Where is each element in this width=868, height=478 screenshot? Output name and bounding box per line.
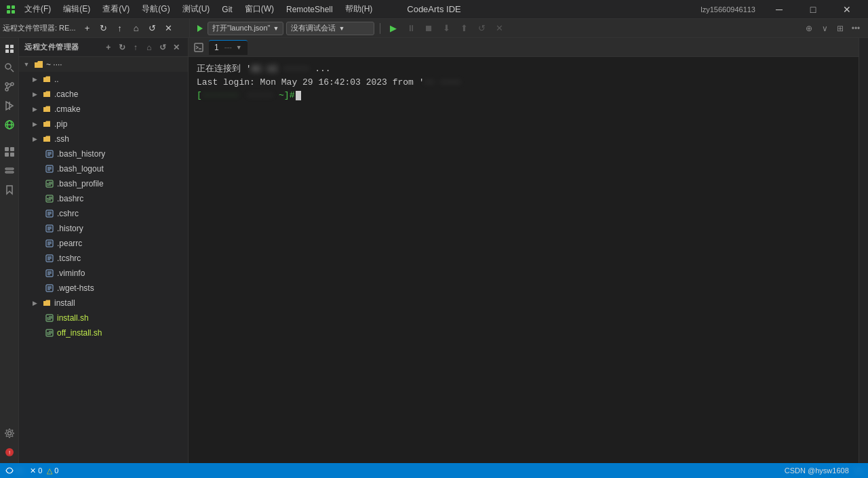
add-remote-btn[interactable]: + <box>80 21 95 36</box>
list-item[interactable]: .bash_logout <box>19 161 188 176</box>
status-bar: ···· ✕ 0 △ 0 CSDN @hysw1608···· <box>0 463 868 478</box>
list-item[interactable]: ▶ .cache <box>19 87 188 102</box>
terminal-tab-1[interactable]: 1 ···· ▼ <box>209 40 248 55</box>
debug-pause-btn[interactable]: ⏸ <box>403 21 418 36</box>
list-item[interactable]: ▶ .. <box>19 72 188 87</box>
activity-settings3[interactable] <box>1 425 18 441</box>
list-item[interactable]: ▶ install <box>19 296 188 311</box>
activity-run[interactable] <box>1 98 18 114</box>
activity-bookmark[interactable] <box>1 182 18 198</box>
refresh-btn[interactable]: ↻ <box>96 21 111 36</box>
list-item[interactable]: $ install.sh <box>19 311 188 325</box>
activity-extensions[interactable] <box>1 144 18 160</box>
svg-rect-5 <box>5 45 9 48</box>
warn-count: 0 <box>54 466 58 475</box>
svg-point-12 <box>11 83 14 85</box>
debug-restart-btn[interactable]: ↺ <box>474 21 489 36</box>
debug-icon <box>195 24 205 33</box>
menu-git[interactable]: Git <box>216 3 237 16</box>
menu-bar: 文件(F) 编辑(E) 查看(V) 导航(G) 测试(U) Git 窗口(W) … <box>19 2 378 16</box>
menu-nav[interactable]: 导航(G) <box>136 2 175 16</box>
tab-list-btn[interactable]: ∨ <box>818 22 831 35</box>
debug-upload-btn[interactable]: ⬆ <box>456 21 471 36</box>
list-item[interactable]: .pearrc <box>19 236 188 251</box>
menu-file[interactable]: 文件(F) <box>19 2 56 16</box>
list-item[interactable]: ▶ .ssh <box>19 132 188 146</box>
tab-controls: ⊕ ∨ ⊞ ••• <box>802 22 863 35</box>
folder-arrow: ▶ <box>30 75 39 84</box>
svg-text:!: ! <box>8 450 9 456</box>
new-file-btn[interactable]: + <box>102 41 115 54</box>
debug-stop-btn[interactable]: ⏹ <box>421 21 436 36</box>
list-item[interactable]: $ off_install.sh <box>19 325 188 340</box>
list-item[interactable]: .wget-hsts <box>19 281 188 296</box>
cursor <box>296 91 301 100</box>
menu-test[interactable]: 测试(U) <box>177 2 216 16</box>
close-remote-btn[interactable]: ✕ <box>161 21 176 36</box>
ssh-folder-name: .ssh <box>54 134 69 144</box>
list-item[interactable]: .history <box>19 221 188 236</box>
list-item[interactable]: .viminfo <box>19 266 188 281</box>
menu-help[interactable]: 帮助(H) <box>340 2 378 16</box>
launch-json-dropdown[interactable]: 打开"launch.json" ▼ <box>208 22 283 35</box>
list-item[interactable]: ▶ .cmake <box>19 102 188 117</box>
debug-session-dropdown[interactable]: 没有调试会话 ▼ <box>286 22 374 35</box>
cache-folder-name: .cache <box>54 89 78 99</box>
upload-btn[interactable]: ↑ <box>130 41 142 54</box>
right-action-bar <box>859 38 868 463</box>
activity-remote[interactable] <box>1 117 18 133</box>
split-btn[interactable]: ⊞ <box>833 22 847 35</box>
home-tree-btn[interactable]: ⌂ <box>143 41 155 54</box>
file-manager-title: 远程文件管理器: RE... <box>3 23 76 33</box>
root-folder-item[interactable]: ▼ ~ ···· <box>19 57 188 72</box>
refresh-tree-btn[interactable]: ↻ <box>116 41 128 54</box>
debug-run-btn[interactable]: ▶ <box>386 21 401 36</box>
list-item[interactable]: ▶ .pip <box>19 117 188 132</box>
sync-tree-btn[interactable]: ↺ <box>157 41 169 54</box>
bashrc-name: .bashrc <box>57 194 83 203</box>
list-item[interactable]: $ .bash_profile <box>19 176 188 191</box>
reload-btn[interactable]: ↺ <box>145 21 160 36</box>
list-item[interactable]: .cshrc <box>19 206 188 221</box>
menu-remote[interactable]: RemoteShell <box>281 3 338 16</box>
list-item[interactable]: $ .bashrc <box>19 191 188 206</box>
terminal-tab-dots: ···· <box>224 44 232 52</box>
install-folder-icon <box>41 298 52 308</box>
bashrc-icon: $ <box>44 193 55 204</box>
error-count: 0 <box>38 466 42 475</box>
maximize-button[interactable]: □ <box>797 0 829 19</box>
debug-download-btn[interactable]: ⬇ <box>439 21 454 36</box>
list-item[interactable]: .tcshrc <box>19 251 188 266</box>
home-btn[interactable]: ⌂ <box>129 21 144 36</box>
terminal-output[interactable]: 正在连接到 'dc ol ····· ... Last login: Mon M… <box>189 57 859 463</box>
activity-source-control[interactable] <box>1 79 18 95</box>
svg-rect-25 <box>10 153 14 157</box>
parent-folder-icon <box>41 74 52 85</box>
up-btn[interactable]: ↑ <box>113 21 127 36</box>
remote-indicator[interactable]: ···· <box>5 466 23 475</box>
svg-rect-26 <box>5 168 14 170</box>
sidebar: 远程文件管理器 + ↻ ↑ ⌂ ↺ ✕ ▼ ~ ···· ▶ <box>19 38 189 463</box>
activity-explorer[interactable] <box>1 41 18 57</box>
activity-notifications[interactable]: ! <box>1 444 18 460</box>
debug-close-btn[interactable]: ✕ <box>492 21 507 36</box>
svg-rect-0 <box>7 5 10 9</box>
more-btn[interactable]: ••• <box>849 22 863 35</box>
history-name: .history <box>57 224 83 233</box>
cmake-folder-name: .cmake <box>54 104 81 114</box>
activity-bar: ! <box>0 38 19 463</box>
close-tree-btn[interactable]: ✕ <box>170 41 182 54</box>
new-tab-btn[interactable]: ⊕ <box>802 22 816 35</box>
menu-edit[interactable]: 编辑(E) <box>58 2 96 16</box>
activity-settings2[interactable] <box>1 163 18 179</box>
minimize-button[interactable]: ─ <box>764 0 795 19</box>
close-button[interactable]: ✕ <box>831 0 863 19</box>
svg-rect-6 <box>10 45 14 48</box>
app-title: CodeArts IDE <box>407 4 460 14</box>
list-item[interactable]: .bash_history <box>19 146 188 161</box>
menu-view[interactable]: 查看(V) <box>97 2 135 16</box>
bash-history-name: .bash_history <box>57 149 105 159</box>
menu-window[interactable]: 窗口(W) <box>239 2 279 16</box>
activity-search[interactable] <box>1 60 18 76</box>
status-errors[interactable]: ✕ 0 △ 0 <box>30 466 58 475</box>
